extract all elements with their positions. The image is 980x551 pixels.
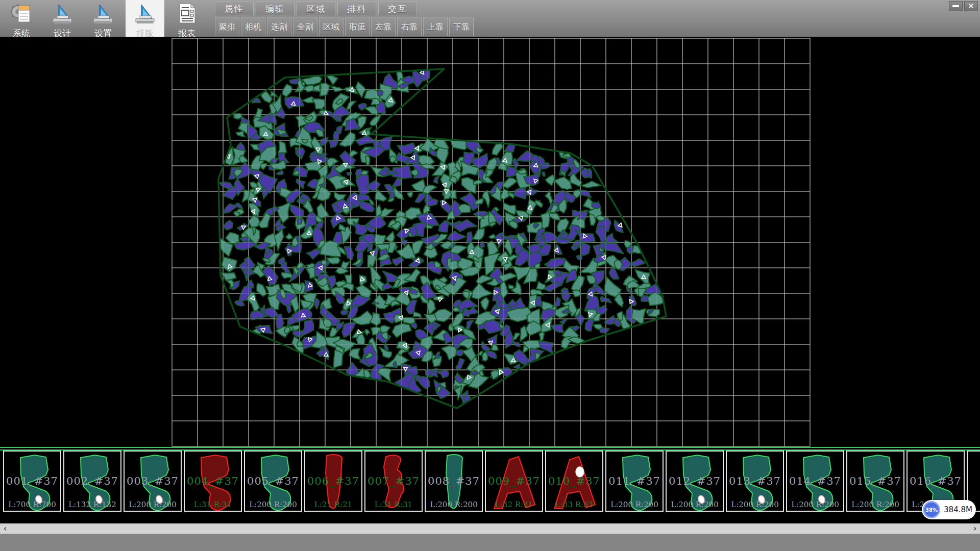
tool-button-8[interactable]: 右靠 xyxy=(397,17,422,36)
piece-lr-count: L:21 R:21 xyxy=(305,500,361,509)
menu-tab-5[interactable]: 交互 xyxy=(378,1,417,15)
tool-button-3[interactable]: 选割 xyxy=(267,17,291,36)
thumbnail-cell-7[interactable]: 007_#37L:31 R:31 xyxy=(364,450,423,512)
memory-status-badge: 38% 384.8M xyxy=(922,500,976,519)
thumbnail-cell-1[interactable]: 001_#37L:700 R:700 xyxy=(3,450,61,512)
tool-button-10[interactable]: 下靠 xyxy=(449,17,474,36)
horizontal-scrollbar[interactable]: ‹ › xyxy=(0,523,980,534)
design-ruler-icon xyxy=(51,2,74,27)
mode-button-4[interactable]: 排版 xyxy=(126,0,164,37)
piece-lr-count: L:31 R:31 xyxy=(365,500,422,509)
thumbnail-cell-2[interactable]: 002_#37L:132 R:132 xyxy=(63,450,121,512)
settings-ruler-icon xyxy=(92,2,114,27)
mode-button-3[interactable]: 设置 xyxy=(85,0,121,37)
piece-id-label: 006_#37 xyxy=(305,475,361,487)
piece-lr-count: L:32 R:31 xyxy=(486,500,542,509)
memory-value: 384.8M xyxy=(940,505,976,514)
nesting-layout-drawing xyxy=(0,37,980,448)
layout-ruler-icon xyxy=(134,2,156,27)
strip-separator xyxy=(0,447,980,450)
piece-lr-count: L:200 R:200 xyxy=(847,500,903,509)
minimize-icon xyxy=(952,5,959,7)
minimize-button[interactable] xyxy=(949,1,963,11)
thumbnail-cell-8[interactable]: 008_#37L:200 R:200 xyxy=(425,450,483,512)
piece-id-label: 009_#37 xyxy=(486,475,542,487)
thumbnail-cell-4[interactable]: 004_#37L:31 R:31 xyxy=(184,450,242,512)
piece-id-label: 002_#37 xyxy=(64,475,120,487)
nesting-app-window: { "window": {"minimize": "minimize", "cl… xyxy=(0,0,980,551)
mode-button-2[interactable]: 设计 xyxy=(44,0,81,37)
piece-lr-count: L:31 R:31 xyxy=(185,500,241,509)
thumbnail-cell-11[interactable]: 011_#37L:200 R:200 xyxy=(605,450,664,512)
tool-button-9[interactable]: 上靠 xyxy=(423,17,448,36)
piece-id-label: 010_#37 xyxy=(546,475,602,487)
thumbnail-cell-9[interactable]: 009_#37L:32 R:31 xyxy=(485,450,543,512)
main-mode-bar: 系统设计设置排版报表 xyxy=(0,0,209,37)
piece-lr-count: L:132 R:132 xyxy=(64,500,120,509)
piece-id-label: 004_#37 xyxy=(185,475,241,487)
thumbnail-cell-3[interactable]: 003_#37L:200 R:200 xyxy=(124,450,182,512)
scroll-left-arrow[interactable]: ‹ xyxy=(0,523,10,534)
tool-button-row: 聚排相机选割全割区域瑕疵左靠右靠上靠下靠 xyxy=(215,17,475,36)
ribbon-header: 系统设计设置排版报表 属性编辑区域排料交互 聚排相机选割全割区域瑕疵左靠右靠上靠… xyxy=(0,0,980,37)
nested-pieces xyxy=(213,62,668,409)
piece-id-label: 015_#37 xyxy=(847,475,903,487)
piece-id-label: 003_#37 xyxy=(125,475,181,487)
tool-button-5[interactable]: 区域 xyxy=(319,17,344,36)
tool-button-4[interactable]: 全割 xyxy=(293,17,317,36)
mode-button-1[interactable]: 系统 xyxy=(3,0,40,37)
piece-lr-count: L:200 R:200 xyxy=(667,500,723,509)
menu-tab-row: 属性编辑区域排料交互 xyxy=(215,1,419,15)
nesting-canvas[interactable] xyxy=(0,37,980,448)
menu-tab-1[interactable]: 属性 xyxy=(215,1,254,15)
menu-tab-3[interactable]: 区域 xyxy=(297,1,335,15)
thumbnail-cell-10[interactable]: 010_#37L:33 R:33 xyxy=(545,450,603,512)
piece-id-label: 011_#37 xyxy=(606,475,663,487)
piece-lr-count: L:200 R:200 xyxy=(606,500,663,509)
status-bar xyxy=(0,534,980,551)
piece-lr-count: L:200 R:200 xyxy=(787,500,843,509)
piece-id-label: 012_#37 xyxy=(667,475,723,487)
thumbnail-cell-14[interactable]: 014_#37L:200 R:200 xyxy=(786,450,844,512)
thumbnail-cell-6[interactable]: 006_#37L:21 R:21 xyxy=(304,450,362,512)
scroll-right-arrow[interactable]: › xyxy=(970,523,980,534)
thumbnail-cell-5[interactable]: 005_#37L:200 R:200 xyxy=(244,450,302,512)
piece-id-label: 001_#37 xyxy=(4,475,60,487)
thumbnail-cell-12[interactable]: 012_#37L:200 R:200 xyxy=(666,450,724,512)
piece-id-label: 007_#37 xyxy=(365,475,422,487)
close-icon: ✕ xyxy=(968,3,974,10)
piece-lr-count: L:200 R:200 xyxy=(727,500,783,509)
piece-id-label: 014_#37 xyxy=(787,475,843,487)
close-button[interactable]: ✕ xyxy=(964,1,978,11)
tool-button-2[interactable]: 相机 xyxy=(241,17,265,36)
mode-button-5[interactable]: 报表 xyxy=(168,0,205,37)
window-controls: ✕ xyxy=(947,1,978,11)
thumbnail-cell-15[interactable]: 015_#37L:200 R:200 xyxy=(846,450,904,512)
piece-id-label: 005_#37 xyxy=(245,475,301,487)
piece-id-label: 008_#37 xyxy=(426,475,482,487)
piece-thumbnail-strip: 001_#37L:700 R:700002_#37L:132 R:132003_… xyxy=(0,450,980,513)
tool-button-7[interactable]: 左靠 xyxy=(371,17,396,36)
thumbnail-cell-13[interactable]: 013_#37L:200 R:200 xyxy=(726,450,784,512)
piece-lr-count: L:200 R:200 xyxy=(245,500,301,509)
piece-lr-count: L:200 R:200 xyxy=(125,500,181,509)
piece-id-label: 0 xyxy=(968,475,980,487)
menu-tab-2[interactable]: 编辑 xyxy=(256,1,295,15)
tool-button-1[interactable]: 聚排 xyxy=(215,17,239,36)
piece-lr-count: L:700 R:700 xyxy=(4,500,60,509)
tool-button-6[interactable]: 瑕疵 xyxy=(345,17,370,36)
report-doc-icon xyxy=(176,2,198,27)
system-gear-icon xyxy=(10,2,33,27)
piece-lr-count: L:33 R:33 xyxy=(546,500,602,509)
progress-circle: 38% xyxy=(923,501,940,518)
menu-tab-4[interactable]: 排料 xyxy=(337,1,376,15)
piece-id-label: 016_#37 xyxy=(908,475,964,487)
piece-id-label: 013_#37 xyxy=(727,475,783,487)
piece-lr-count: L:200 R:200 xyxy=(426,500,482,509)
